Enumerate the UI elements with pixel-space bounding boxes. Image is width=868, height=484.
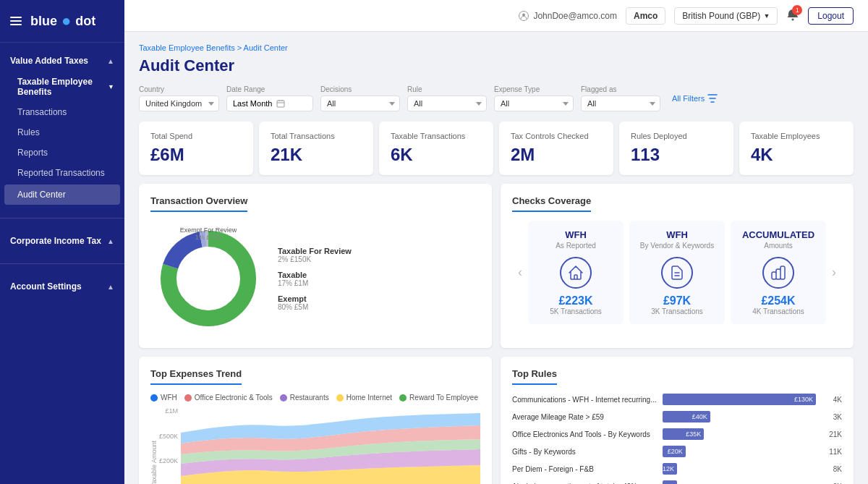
bottom-panels: Transaction Overview: [139, 184, 854, 348]
filter-icon: [707, 94, 718, 103]
coverage-value-1: £97K: [638, 294, 716, 307]
rules-bar-label-3: £20K: [668, 448, 683, 455]
stat-label-5: Taxable Employees: [751, 132, 842, 140]
sidebar-section-cit-header[interactable]: Corporate Income Tax ▲: [0, 230, 124, 252]
sidebar-item-taxable-employee-benefits[interactable]: Taxable Employee Benefits ▼: [0, 72, 124, 102]
stat-card-0: Total Spend £6M: [139, 122, 253, 175]
charts-row: Top Expenses Trend WFH Office Electronic…: [139, 357, 854, 484]
sidebar-item-transactions[interactable]: Transactions: [0, 102, 124, 122]
filter-decisions: Decisions All: [320, 85, 400, 111]
topbar-notification-bell[interactable]: 1: [786, 8, 799, 23]
filter-country: Country United Kingdom: [139, 85, 219, 111]
legend-dot-0: [150, 394, 158, 402]
coverage-transactions-2: 4K Transactions: [739, 307, 817, 315]
coverage-transactions-0: 5K Transactions: [537, 307, 615, 315]
rules-bar-label-1: £40K: [692, 413, 707, 420]
prev-arrow-button[interactable]: ‹: [512, 265, 528, 280]
stat-label-1: Total Transactions: [271, 132, 362, 140]
legend-item-0: WFH: [150, 394, 177, 402]
logo-text: blue: [30, 14, 57, 29]
chevron-up-icon-account: ▲: [107, 283, 114, 291]
stat-card-2: Taxable Transactions 6K: [379, 122, 493, 175]
coverage-card-2: ACCUMULATED Amounts £254K 4K Transaction…: [731, 221, 826, 324]
transaction-overview-content: Exempt For Review1% £75K Taxable For Rev…: [150, 221, 480, 336]
stat-label-2: Taxable Transactions: [391, 132, 482, 140]
currency-chevron-icon: ▼: [763, 12, 770, 20]
coverage-card-1: WFH By Vendor & Keywords £97K 3K Transac…: [629, 221, 725, 324]
filter-country-label: Country: [139, 85, 219, 93]
chevron-up-icon: ▲: [107, 57, 114, 65]
coverage-icon-0: [560, 257, 592, 289]
legend-label-2: Restaurants: [290, 394, 329, 402]
exempt-for-review-label: Exempt For Review1% £75K: [180, 226, 237, 241]
rules-bar-0: £130K: [663, 394, 816, 405]
rules-bar-label-4: £12K: [659, 465, 674, 472]
user-icon: [519, 11, 529, 21]
topbar-email: JohnDoe@amco.com: [533, 11, 617, 21]
rules-label-3: Gifts - By Keywords: [512, 448, 657, 456]
stat-card-3: Tax Controls Checked 2M: [499, 122, 613, 175]
legend-item-1: Office Electronic & Tools: [184, 394, 273, 402]
sidebar-section-account: Account Settings ▲: [0, 268, 124, 305]
legend-taxable-for-review: Taxable For Review 2% £150K: [278, 247, 480, 263]
coverage-card-title-0: WFH: [537, 229, 615, 240]
rules-count-1: 3K: [822, 413, 842, 421]
rules-count-4: 8K: [822, 465, 842, 473]
sidebar-item-reported-transactions[interactable]: Reported Transactions: [0, 163, 124, 183]
filter-flagged-select[interactable]: All: [581, 95, 660, 111]
rules-row-3: Gifts - By Keywords £20K 11K: [512, 446, 842, 457]
logout-button[interactable]: Logout: [808, 7, 854, 25]
filter-rule-label: Rule: [407, 85, 487, 93]
coverage-transactions-1: 3K Transactions: [638, 307, 716, 315]
filter-date-value: Last Month: [233, 99, 272, 108]
rules-row-5: Alcohol consumption out of total > 40% £…: [512, 480, 842, 484]
filter-decisions-select[interactable]: All: [320, 95, 400, 111]
sidebar-item-audit-center[interactable]: Audit Center: [4, 184, 120, 205]
rules-row-4: Per Diem - Foreign - F&B £12K 8K: [512, 463, 842, 475]
legend-dot-3: [336, 394, 344, 402]
all-filters-label: All Filters: [672, 94, 705, 103]
checks-coverage-title: Checks Coverage: [512, 195, 591, 212]
rules-bar-3: £20K: [663, 446, 686, 457]
stat-card-5: Taxable Employees 4K: [739, 122, 854, 175]
stat-label-3: Tax Controls Checked: [511, 132, 602, 140]
y-axis-title: Taxable Amount: [150, 436, 158, 484]
filter-country-select[interactable]: United Kingdom: [139, 95, 219, 111]
sidebar-item-reports[interactable]: Reports: [0, 143, 124, 163]
hamburger-menu[interactable]: [10, 17, 22, 25]
rules-bar-container-5: £3K: [663, 480, 816, 484]
filter-rule-select[interactable]: All: [407, 95, 487, 111]
rules-bar-container-4: £12K: [663, 463, 816, 475]
coverage-value-2: £254K: [739, 294, 817, 307]
page-content: Taxable Employee Benefits > Audit Center…: [124, 32, 868, 484]
rules-bar-label-0: £130K: [794, 396, 813, 403]
area-chart-svg: [181, 407, 480, 484]
legend-dot-2: [280, 394, 287, 402]
legend-exempt: Exempt 80% £5M: [278, 294, 480, 311]
svg-rect-3: [277, 101, 284, 107]
top-expenses-panel: Top Expenses Trend WFH Office Electronic…: [139, 357, 492, 484]
topbar-currency[interactable]: British Pound (GBP) ▼: [674, 7, 778, 25]
rules-bar-container-3: £20K: [663, 446, 816, 457]
filter-date-range: Date Range Last Month: [226, 85, 313, 111]
stat-card-4: Rules Deployed 113: [619, 122, 733, 175]
rules-row-2: Office Electronics And Tools - By Keywor…: [512, 428, 842, 440]
all-filters-button[interactable]: All Filters: [672, 94, 718, 103]
sidebar-section-vat-header[interactable]: Value Added Taxes ▲: [0, 50, 124, 72]
filter-date-select[interactable]: Last Month: [226, 95, 313, 111]
svg-point-2: [792, 19, 794, 21]
legend-item-2: Restaurants: [280, 394, 329, 402]
next-arrow-button[interactable]: ›: [826, 265, 842, 280]
breadcrumb[interactable]: Taxable Employee Benefits > Audit Center: [139, 43, 854, 52]
sidebar-section-account-header[interactable]: Account Settings ▲: [0, 276, 124, 297]
filter-expense-select[interactable]: All: [494, 95, 574, 111]
legend-label-0: WFH: [161, 394, 177, 402]
sidebar-item-rules[interactable]: Rules: [0, 122, 124, 143]
stat-value-2: 6K: [391, 145, 482, 165]
legend-taxable: Taxable 17% £1M: [278, 271, 480, 287]
filters-row: Country United Kingdom Date Range Last M…: [139, 85, 854, 111]
rules-bar-1: £40K: [663, 411, 710, 423]
topbar-company[interactable]: Amco: [626, 7, 665, 25]
coverage-card-0: WFH As Reported £223K 5K Transactions: [528, 221, 624, 324]
sidebar: blue ● dot Value Added Taxes ▲ Taxable E…: [0, 0, 124, 484]
